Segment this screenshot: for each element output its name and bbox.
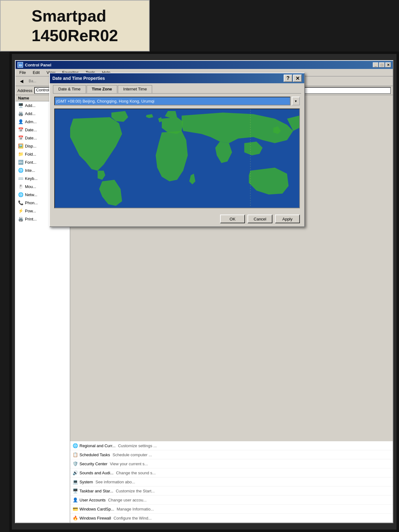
back-btn[interactable]: ◀ <box>17 77 26 85</box>
list-item-text-4: Date... <box>25 136 37 140</box>
bottom-list-item-0[interactable]: 🌐 Regional and Curr... Customize setting… <box>70 441 393 450</box>
bottom-item-text-6: User Accounts <box>79 498 106 502</box>
bottom-item-desc-6: Change user accou... <box>108 498 147 502</box>
bottom-item-icon-3: 🔊 <box>72 470 78 476</box>
list-item-text-14: Print... <box>25 217 37 221</box>
bottom-list-item-6[interactable]: 👤 User Accounts Change user accou... <box>70 496 393 505</box>
list-item-icon-3: 📅 <box>17 127 24 133</box>
dialog-titlebar: Date and Time Properties ? ✕ <box>50 73 304 83</box>
list-item-text-10: Mou... <box>25 184 36 189</box>
list-item-icon-2: 👤 <box>17 118 24 125</box>
bottom-item-desc-3: Change the sound s... <box>116 471 156 475</box>
bottom-list-item-4[interactable]: 💻 System See information abo... <box>70 477 393 486</box>
list-item-icon-13: ⚡ <box>17 208 24 214</box>
list-item-icon-12: 📞 <box>17 200 24 206</box>
timezone-row: (GMT +08:00) Beijing, Chongqing, Hong Ko… <box>54 97 300 105</box>
tab-internet-time[interactable]: Internet Time <box>118 85 152 93</box>
bottom-list-item-5[interactable]: 🖥️ Taskbar and Star... Customize the Sta… <box>70 486 393 496</box>
back-label: Ba... <box>27 79 38 83</box>
bottom-list-item-3[interactable]: 🔊 Sounds and Audi... Change the sound s.… <box>70 468 393 477</box>
list-item-icon-10: 🖱️ <box>17 183 24 190</box>
menu-file[interactable]: File <box>17 70 28 75</box>
list-item-icon-4: 📅 <box>17 135 24 141</box>
list-item-icon-9: ⌨️ <box>17 175 24 181</box>
bottom-list-item-1[interactable]: 📋 Scheduled Tasks Schedule computer ... <box>70 450 393 459</box>
screen-bezel: 🗂 Control Panel _ □ ✕ File Edit View Fav… <box>9 51 399 532</box>
bottom-item-desc-4: See information abo... <box>95 480 135 484</box>
tab-date-time[interactable]: Date & Time <box>53 85 86 93</box>
list-item-text-9: Keyb... <box>25 176 37 181</box>
bottom-list-item-2[interactable]: 🛡️ Security Center View your current s..… <box>70 459 393 468</box>
control-panel-title-buttons: _ □ ✕ <box>373 62 391 67</box>
menu-edit[interactable]: Edit <box>31 70 41 75</box>
list-item-icon-11: 🌐 <box>17 191 24 198</box>
dialog-title-buttons: ? ✕ <box>284 75 302 82</box>
date-time-dialog: Date and Time Properties ? ✕ Date & Time… <box>49 73 305 227</box>
bottom-list-item-7[interactable]: 💳 Windows CardSp... Manage Informatio... <box>70 505 393 514</box>
list-item-text-1: Add... <box>25 111 36 116</box>
list-item-text-12: Phon... <box>25 201 38 205</box>
cp-minimize-btn[interactable]: _ <box>373 62 378 67</box>
cp-close-btn[interactable]: ✕ <box>385 62 391 67</box>
list-item-icon-6: 📁 <box>17 151 24 157</box>
dialog-close-btn[interactable]: ✕ <box>293 75 302 82</box>
bottom-item-desc-5: Customize the Start... <box>116 489 155 493</box>
list-item-icon-14: 🖨️ <box>17 216 24 222</box>
bottom-item-text-7: Windows CardSp... <box>79 507 114 511</box>
list-item-text-6: Fold... <box>25 152 36 157</box>
bottom-item-icon-7: 💳 <box>72 506 78 512</box>
list-item-text-2: Adm... <box>25 119 37 124</box>
cancel-button[interactable]: Cancel <box>248 215 272 223</box>
apply-button[interactable]: Apply <box>275 215 300 223</box>
list-item-icon-0: 🖥️ <box>17 102 24 109</box>
list-item-icon-1: 🖨️ <box>17 110 24 117</box>
list-item-text-8: Inte... <box>25 168 35 173</box>
address-label: Address <box>17 88 32 93</box>
list-item-text-13: Pow... <box>25 209 36 213</box>
bottom-item-desc-1: Schedule computer ... <box>113 452 152 457</box>
bottom-item-desc-2: View your current s... <box>110 462 148 466</box>
list-item-icon-7: 🔤 <box>17 159 24 165</box>
bottom-item-desc-0: Customize settings ... <box>118 443 157 448</box>
bottom-item-text-1: Scheduled Tasks <box>79 452 110 457</box>
control-panel-title: Control Panel <box>25 63 371 67</box>
dialog-tabs: Date & Time Time Zone Internet Time <box>50 83 304 93</box>
control-panel-icon: 🗂 <box>17 62 23 68</box>
bottom-item-icon-2: 🛡️ <box>72 461 78 467</box>
dialog-buttons: OK Cancel Apply <box>50 211 304 226</box>
bottom-item-desc-8: Configure the Wind... <box>113 516 151 520</box>
bottom-item-icon-1: 📋 <box>72 452 78 458</box>
list-item-icon-5: 🖼️ <box>17 143 24 149</box>
bottom-item-text-0: Regional and Curr... <box>79 443 116 448</box>
bottom-item-text-8: Windows Firewall <box>79 516 111 520</box>
bottom-item-icon-8: 🔥 <box>72 515 78 521</box>
timezone-dropdown-arrow[interactable]: ▼ <box>292 97 300 105</box>
bottom-item-icon-4: 💻 <box>72 479 78 485</box>
list-item-text-11: Netw... <box>25 192 37 197</box>
list-item-text-7: Font... <box>25 160 36 165</box>
dialog-help-btn[interactable]: ? <box>284 75 292 82</box>
bottom-item-text-4: System <box>79 480 93 484</box>
list-item-text-0: Add... <box>25 103 36 108</box>
bottom-item-icon-5: 🖥️ <box>72 488 78 494</box>
tab-time-zone[interactable]: Time Zone <box>87 85 118 93</box>
bottom-item-text-5: Taskbar and Star... <box>79 489 113 493</box>
dialog-title: Date and Time Properties <box>52 76 284 81</box>
ok-button[interactable]: OK <box>220 215 245 223</box>
bottom-item-text-2: Security Center <box>79 462 108 466</box>
control-panel-titlebar: 🗂 Control Panel _ □ ✕ <box>16 61 393 69</box>
bottom-item-icon-0: 🌐 <box>72 443 78 449</box>
list-item-text-3: Date... <box>25 128 37 132</box>
dialog-content: (GMT +08:00) Beijing, Chongqing, Hong Ko… <box>50 94 304 211</box>
device-label-text: Smartpad 1450ReR02 <box>31 6 118 45</box>
world-map <box>54 109 300 208</box>
bottom-list-item-8[interactable]: 🔥 Windows Firewall Configure the Wind... <box>70 514 393 523</box>
bottom-item-text-3: Sounds and Audi... <box>79 471 113 475</box>
list-item-text-5: Disp... <box>25 144 36 148</box>
bottom-item-desc-7: Manage Informatio... <box>117 507 154 511</box>
timezone-select[interactable]: (GMT +08:00) Beijing, Chongqing, Hong Ko… <box>54 97 291 105</box>
device-label: Smartpad 1450ReR02 <box>0 0 150 51</box>
cp-maximize-btn[interactable]: □ <box>379 62 385 67</box>
list-item-icon-8: 🌐 <box>17 167 24 173</box>
bottom-item-icon-6: 👤 <box>72 497 78 503</box>
